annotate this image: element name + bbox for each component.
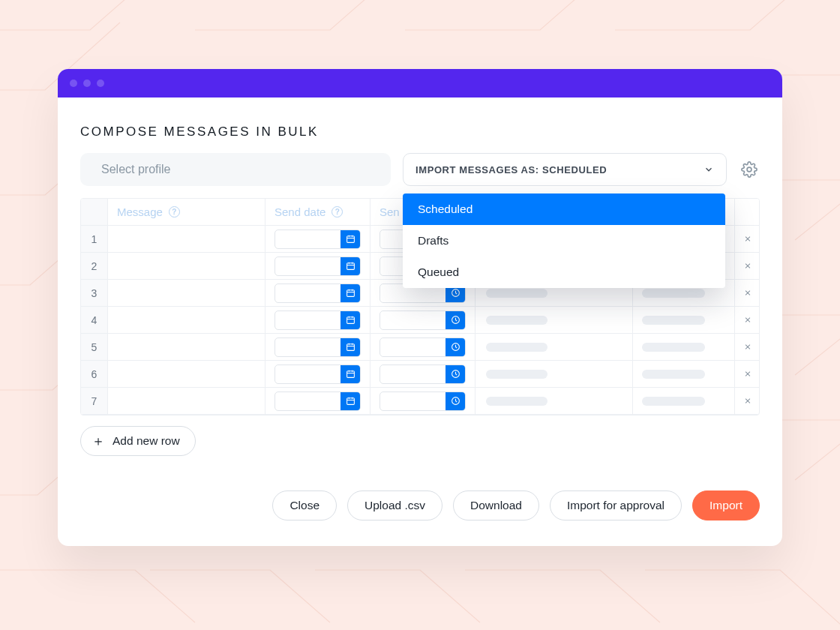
settings-button[interactable]	[739, 159, 760, 180]
cell-message[interactable]	[108, 361, 266, 388]
row-delete-button[interactable]	[735, 307, 760, 334]
th-rownum	[81, 199, 108, 226]
row-delete-button[interactable]	[735, 253, 760, 280]
dropdown-option-scheduled[interactable]: Scheduled	[403, 194, 725, 225]
close-icon	[744, 397, 752, 405]
traffic-dot	[83, 80, 91, 87]
cell-placeholder	[633, 334, 735, 361]
placeholder-bar	[486, 289, 548, 298]
profile-placeholder: Select profile	[101, 163, 171, 176]
cell-placeholder	[476, 361, 633, 388]
cell-message[interactable]	[108, 253, 266, 280]
clock-icon	[446, 392, 465, 411]
time-picker[interactable]	[380, 392, 466, 411]
cell-send-time	[370, 307, 476, 334]
cell-placeholder	[633, 307, 735, 334]
window-titlebar	[58, 69, 782, 98]
row-number: 1	[81, 226, 108, 253]
cell-message[interactable]	[108, 334, 266, 361]
row-number: 2	[81, 253, 108, 280]
upload-csv-button[interactable]: Upload .csv	[347, 490, 442, 520]
calendar-icon	[340, 364, 360, 384]
close-icon	[744, 262, 752, 270]
import-button[interactable]: Import	[692, 490, 760, 520]
import-as-label: IMPORT MESSAGES AS: SCHEDULED	[416, 164, 607, 176]
time-picker[interactable]	[380, 338, 466, 357]
placeholder-bar	[486, 343, 548, 352]
calendar-icon	[340, 230, 360, 249]
gear-icon	[741, 161, 758, 178]
close-button[interactable]: Close	[272, 490, 337, 520]
dropdown-option-queued[interactable]: Queued	[403, 256, 725, 288]
close-icon	[744, 316, 752, 324]
row-number: 6	[81, 361, 108, 388]
date-picker[interactable]	[274, 284, 361, 303]
cell-send-time	[370, 388, 476, 415]
cell-placeholder	[476, 307, 633, 334]
add-row-button[interactable]: ＋ Add new row	[80, 426, 196, 456]
chevron-down-icon	[704, 164, 714, 175]
help-icon[interactable]: ?	[332, 206, 343, 218]
cell-send-date	[266, 280, 370, 307]
close-icon	[744, 343, 752, 351]
date-picker[interactable]	[274, 310, 361, 330]
date-picker[interactable]	[274, 364, 361, 384]
calendar-icon	[340, 284, 360, 303]
cell-message[interactable]	[108, 280, 266, 307]
date-picker[interactable]	[274, 338, 361, 357]
row-number: 7	[81, 388, 108, 415]
date-picker[interactable]	[274, 256, 361, 276]
clock-icon	[446, 338, 465, 357]
date-picker[interactable]	[274, 230, 361, 249]
date-picker[interactable]	[274, 392, 361, 411]
row-delete-button[interactable]	[735, 361, 760, 388]
dropdown-option-drafts[interactable]: Drafts	[403, 225, 725, 256]
controls-row: Select profile IMPORT MESSAGES AS: SCHED…	[80, 153, 760, 186]
time-picker[interactable]	[380, 364, 466, 384]
help-icon[interactable]: ?	[169, 206, 180, 218]
row-number: 5	[81, 334, 108, 361]
row-delete-button[interactable]	[735, 388, 760, 415]
calendar-icon	[340, 256, 360, 276]
close-icon	[744, 370, 752, 378]
cell-message[interactable]	[108, 226, 266, 253]
clock-icon	[446, 364, 465, 384]
calendar-icon	[340, 310, 360, 330]
import-as-dropdown: Scheduled Drafts Queued	[403, 194, 725, 288]
th-send-date: Send date ?	[266, 199, 370, 226]
placeholder-bar	[486, 370, 548, 379]
svg-point-0	[747, 167, 752, 172]
table-row: 4	[81, 307, 759, 334]
cell-placeholder	[476, 334, 633, 361]
th-message: Message ?	[108, 199, 266, 226]
row-delete-button[interactable]	[735, 334, 760, 361]
cell-send-time	[370, 334, 476, 361]
import-approval-button[interactable]: Import for approval	[550, 490, 682, 520]
cell-send-date	[266, 361, 370, 388]
th-send-time-label: Sen	[380, 206, 400, 218]
placeholder-bar	[486, 316, 548, 325]
time-picker[interactable]	[380, 310, 466, 330]
table-row: 7	[81, 388, 759, 415]
profile-select[interactable]: Select profile	[80, 153, 391, 186]
placeholder-bar	[642, 343, 705, 352]
add-row-label: Add new row	[112, 434, 180, 448]
row-delete-button[interactable]	[735, 280, 760, 307]
import-as-select[interactable]: IMPORT MESSAGES AS: SCHEDULED	[403, 153, 727, 186]
placeholder-bar	[642, 370, 705, 379]
cell-placeholder	[633, 361, 735, 388]
svg-rect-1	[346, 236, 354, 243]
cell-send-date	[266, 307, 370, 334]
page-title: COMPOSE MESSAGES IN BULK	[80, 124, 760, 140]
cell-message[interactable]	[108, 307, 266, 334]
placeholder-bar	[642, 316, 705, 325]
svg-rect-7	[346, 317, 354, 324]
svg-rect-13	[346, 398, 354, 405]
th-send-date-label: Send date	[274, 206, 326, 218]
modal-content: COMPOSE MESSAGES IN BULK Select profile …	[58, 98, 782, 546]
row-delete-button[interactable]	[735, 226, 760, 253]
cell-placeholder	[476, 388, 633, 415]
download-button[interactable]: Download	[453, 490, 539, 520]
th-col7	[735, 199, 760, 226]
cell-message[interactable]	[108, 388, 266, 415]
